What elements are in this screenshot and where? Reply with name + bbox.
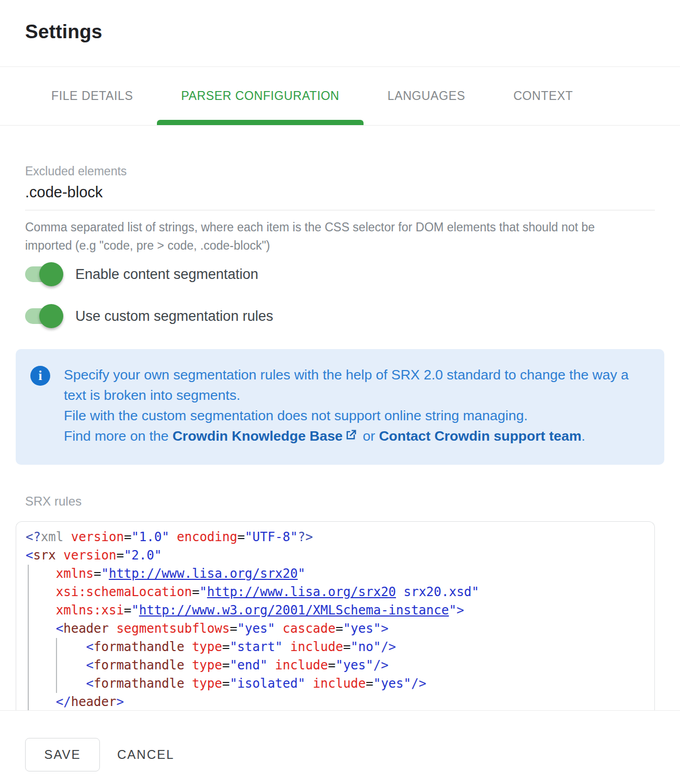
dialog-header: Settings [0,0,680,67]
code-line: xmlns="http://www.lisa.org/srx20" [26,565,654,583]
external-link-icon [344,428,358,448]
code-line: <?xml version="1.0" encoding="UTF-8"?> [26,528,654,546]
indent-guide [28,565,29,710]
footer-divider [0,710,680,711]
toggle-thumb [39,304,63,328]
info-link-suffix: . [582,428,585,444]
save-button[interactable]: SAVE [25,738,100,771]
info-icon: i [30,366,50,386]
info-paragraph-1: Specify your own segmentation rules with… [64,365,643,406]
info-paragraph-3: Find more on the Crowdin Knowledge Base … [64,426,643,448]
excluded-elements-help: Comma separated list of strings, where e… [25,218,627,255]
toggle-row-content-segmentation: Enable content segmentation [25,261,680,287]
tab-context[interactable]: CONTEXT [489,67,597,125]
info-banner-text: Specify your own segmentation rules with… [64,365,643,448]
enable-content-segmentation-toggle[interactable] [25,266,62,282]
toggle-label: Use custom segmentation rules [75,308,273,324]
code-line: <formathandle type="start" include="no"/… [26,638,654,656]
code-line: </header> [26,693,654,710]
srx-rules-editor[interactable]: <?xml version="1.0" encoding="UTF-8"?><s… [16,521,655,710]
code-line: xmlns:xsi="http://www.w3.org/2001/XMLSch… [26,601,654,620]
info-link-middle: or [359,428,379,444]
code-line: <formathandle type="isolated" include="y… [26,675,654,693]
code-line: <formathandle type="end" include="yes"/> [26,656,654,675]
srx-rules-label: SRX rules [25,494,655,509]
excluded-elements-input[interactable] [25,184,655,210]
code-line: <header segmentsubflows="yes" cascade="y… [26,620,654,638]
knowledge-base-link[interactable]: Crowdin Knowledge Base [173,428,343,444]
srx-code: <?xml version="1.0" encoding="UTF-8"?><s… [26,528,654,710]
tab-languages[interactable]: LANGUAGES [364,67,490,125]
info-banner: i Specify your own segmentation rules wi… [16,349,664,465]
toggle-thumb [39,262,63,286]
toggle-label: Enable content segmentation [75,266,258,283]
use-custom-segmentation-rules-toggle[interactable] [25,308,62,324]
toggle-row-custom-segmentation: Use custom segmentation rules [25,303,680,329]
code-line: <srx version="2.0" [26,546,654,565]
contact-support-link[interactable]: Contact Crowdin support team [379,428,581,444]
code-line: xsi:schemaLocation="http://www.lisa.org/… [26,583,654,601]
page-title: Settings [25,21,655,43]
footer-actions: SAVE CANCEL [25,738,655,771]
info-paragraph-2: File with the custom segmentation does n… [64,406,643,426]
cancel-button[interactable]: CANCEL [117,747,174,762]
info-link-prefix: Find more on the [64,428,173,444]
tab-file-details[interactable]: FILE DETAILS [27,67,157,125]
tab-bar: FILE DETAILS PARSER CONFIGURATION LANGUA… [0,67,680,126]
tab-parser-configuration[interactable]: PARSER CONFIGURATION [157,67,364,125]
excluded-elements-label: Excluded elements [25,164,655,178]
indent-guide [56,638,57,693]
